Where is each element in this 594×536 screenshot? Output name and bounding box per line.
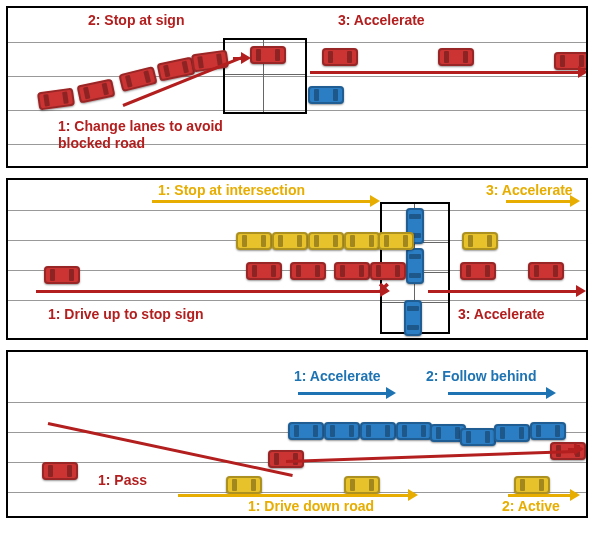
label-yellow-active: 2: Active [502, 498, 560, 515]
red-car-icon [370, 262, 406, 280]
yellow-car-icon [344, 476, 380, 494]
label-change-lanes: 1: Change lanes to avoid blocked road [58, 118, 228, 152]
blue-car-icon [404, 300, 422, 336]
label-red-accelerate: 3: Accelerate [458, 306, 545, 323]
arrow-yellow-drive [178, 494, 410, 497]
yellow-car-icon [344, 232, 380, 250]
blue-car-icon [308, 86, 344, 104]
label-yellow-accelerate: 3: Accelerate [486, 182, 573, 199]
label-accelerate: 3: Accelerate [338, 12, 425, 29]
red-car-icon [290, 262, 326, 280]
label-yellow-drive: 1: Drive down road [248, 498, 374, 515]
label-stop-at-sign: 2: Stop at sign [88, 12, 184, 29]
arrow-accelerate [310, 71, 580, 74]
yellow-car-icon [236, 232, 272, 250]
blue-car-icon [396, 422, 432, 440]
label-yellow-stop: 1: Stop at intersection [158, 182, 305, 199]
red-car-icon [334, 262, 370, 280]
arrow-yellow-stop [152, 200, 372, 203]
label-red-driveup: 1: Drive up to stop sign [48, 306, 204, 323]
red-car-icon [460, 262, 496, 280]
blue-car-icon [530, 422, 566, 440]
scenario-1: 2: Stop at sign 3: Accelerate 1: Change … [6, 6, 588, 168]
label-blue-accelerate: 1: Accelerate [294, 368, 381, 385]
arrow-lane-change-head [233, 57, 243, 60]
red-car-icon [44, 266, 80, 284]
blue-car-icon [460, 428, 496, 446]
blue-car-icon [288, 422, 324, 440]
yellow-car-icon [462, 232, 498, 250]
blue-car-icon [360, 422, 396, 440]
yellow-car-icon [308, 232, 344, 250]
yellow-car-icon [272, 232, 308, 250]
arrow-red-pass-head [568, 448, 576, 451]
blue-car-icon [406, 248, 424, 284]
red-car-icon [322, 48, 358, 66]
red-car-icon [528, 262, 564, 280]
arrow-yellow-active [508, 494, 572, 497]
red-car-icon [438, 48, 474, 66]
blue-car-icon [494, 424, 530, 442]
red-car-icon [246, 262, 282, 280]
yellow-car-icon [514, 476, 550, 494]
arrow-yellow-accelerate [506, 200, 572, 203]
yellow-car-icon [226, 476, 262, 494]
stop-marker-icon: ✖ [378, 280, 390, 296]
red-car-icon [42, 462, 78, 480]
label-blue-follow: 2: Follow behind [426, 368, 536, 385]
arrow-blue-follow [448, 392, 548, 395]
arrow-red-driveup [36, 290, 382, 293]
arrow-blue-accelerate [298, 392, 388, 395]
label-red-pass: 1: Pass [98, 472, 147, 489]
scenario-2: ✖ 1: Stop at intersection 3: Accelerate … [6, 178, 588, 340]
scenario-3: 1: Accelerate 2: Follow behind 1: Pass 1… [6, 350, 588, 518]
arrow-red-accelerate [428, 290, 578, 293]
yellow-car-icon [378, 232, 414, 250]
blue-car-icon [324, 422, 360, 440]
red-car-icon [250, 46, 286, 64]
